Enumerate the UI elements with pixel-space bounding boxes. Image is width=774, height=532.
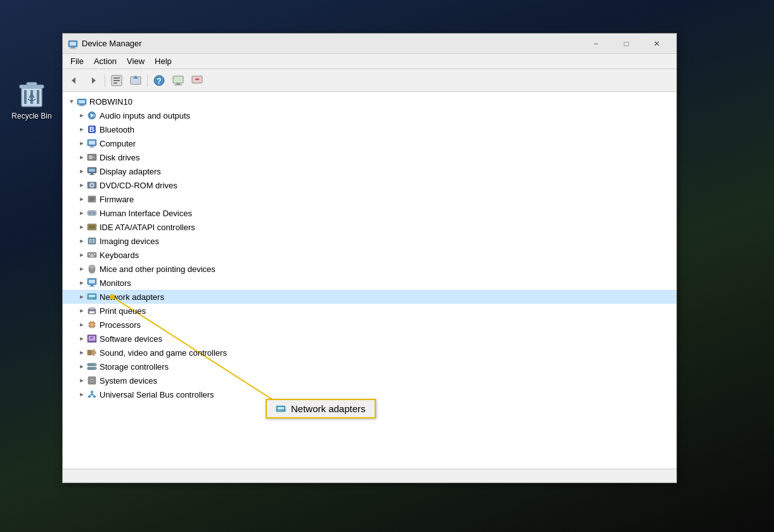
disk-icon [87,152,97,162]
menu-file[interactable]: File [65,55,89,67]
tree-item-usb[interactable]: ► Universal Serial Bus controllers [63,387,676,401]
svg-rect-36 [89,155,93,159]
recycle-bin[interactable]: Recycle Bin [6,79,57,120]
mouse-icon [87,264,97,274]
minimize-button[interactable]: − [581,34,610,54]
svg-rect-2 [30,90,33,104]
toolbar: ? [63,69,676,92]
menu-help[interactable]: Help [150,55,177,67]
svg-point-104 [94,364,96,365]
forward-button[interactable] [84,72,102,89]
label-mice: Mice and other pointing devices [100,264,216,274]
imaging-icon [87,236,97,246]
sound-icon [87,347,97,358]
tree-item-disk[interactable]: ► Disk drives [63,150,676,164]
tree-item-sound[interactable]: ► Sound, video and game controllers [63,346,676,360]
tree-item-bluetooth[interactable]: ► B Bluetooth [63,122,676,136]
tree-item-processors[interactable]: ► Processors [63,318,676,332]
label-dvd: DVD/CD-ROM drives [100,181,177,190]
svg-rect-86 [89,311,94,313]
svg-rect-69 [89,280,95,283]
tree-item-imaging[interactable]: ► Imaging devices [63,234,676,248]
status-bar [63,469,676,483]
root-expand-arrow: ▼ [68,98,75,105]
expand-arrow-processors: ► [78,321,86,328]
processor-icon [87,320,97,330]
svg-rect-79 [276,406,285,412]
expand-arrow-monitors: ► [78,279,86,287]
svg-rect-33 [91,146,93,147]
tree-item-ide[interactable]: ► IDE ATA/ATAPI controllers [63,220,676,234]
label-usb: Universal Serial Bus controllers [100,390,214,399]
menu-view[interactable]: View [122,55,150,67]
device-properties-button[interactable] [169,72,187,89]
maximize-button[interactable]: □ [612,34,641,54]
tree-item-hid[interactable]: ► Human Interface Devices [63,206,676,220]
expand-arrow-mice: ► [78,265,86,273]
tree-item-system[interactable]: ► System devices [63,373,676,387]
update-driver-button[interactable] [127,72,145,89]
tree-item-computer[interactable]: ► Computer [63,136,676,150]
help-button[interactable]: ? [150,72,168,89]
label-system: System devices [100,376,157,386]
svg-marker-11 [92,77,96,84]
root-label: ROBWIN10 [89,97,132,107]
recycle-bin-label: Recycle Bin [11,112,51,120]
tree-item-mice[interactable]: ► Mice and other pointing devices [63,262,676,276]
tree-root-node[interactable]: ▼ ROBWIN10 [63,94,676,108]
label-firmware: Firmware [100,195,134,204]
svg-rect-62 [91,254,93,255]
svg-rect-5 [27,82,37,86]
hid-icon [87,208,97,218]
svg-point-83 [280,410,281,411]
label-print: Print queues [100,306,146,316]
toolbar-separator-1 [105,74,105,87]
svg-rect-22 [174,84,182,86]
svg-rect-113 [88,396,91,398]
tree-item-print[interactable]: ► Print queues [63,304,676,318]
svg-rect-101 [87,350,91,355]
tree-item-software[interactable]: ► Software devices [63,332,676,346]
label-keyboards: Keyboards [100,250,139,260]
svg-rect-8 [71,47,75,48]
label-disk: Disk drives [100,153,140,162]
svg-rect-63 [94,254,95,255]
label-storage: Storage controllers [100,362,169,372]
expand-arrow-keyboards: ► [78,251,86,259]
properties-button[interactable] [108,72,126,89]
svg-rect-32 [89,141,95,145]
label-network: Network adapters [100,292,164,302]
computer-icon [87,138,97,148]
label-hid: Human Interface Devices [100,209,192,218]
tree-item-firmware[interactable]: ► Firmware [63,192,676,206]
device-tree[interactable]: ▼ ROBWIN10 ► Audio inputs and outputs ► … [63,92,676,469]
back-button[interactable] [65,72,83,89]
svg-rect-25 [79,100,85,103]
scan-button[interactable] [188,72,206,89]
tree-item-monitors[interactable]: ► Monitors [63,276,676,290]
close-button[interactable]: ✕ [642,34,671,54]
tree-item-display[interactable]: ► Display adapters [63,164,676,178]
expand-arrow-usb: ► [78,391,86,398]
title-bar: Device Manager − □ ✕ [63,34,676,54]
dvd-icon [87,180,97,190]
tree-item-audio[interactable]: ► Audio inputs and outputs [63,108,676,122]
device-manager-icon [68,39,78,49]
expand-arrow-print: ► [78,307,86,315]
svg-rect-114 [93,396,96,398]
tree-item-dvd[interactable]: ► DVD/CD-ROM drives [63,178,676,192]
svg-point-50 [89,212,91,214]
svg-rect-27 [79,106,85,107]
svg-rect-40 [91,173,93,174]
tree-item-keyboards[interactable]: ► Keyboards [63,248,676,262]
callout-network-icon [276,404,286,414]
menu-action[interactable]: Action [89,55,122,67]
svg-rect-80 [278,407,284,410]
callout-box: Network adapters [266,399,376,418]
tree-item-network[interactable]: ► Network adapters [63,290,676,304]
svg-rect-61 [89,254,90,255]
svg-point-37 [93,156,95,159]
svg-rect-1 [24,90,27,104]
menu-bar: File Action View Help [63,54,676,69]
tree-item-storage[interactable]: ► Storage controllers [63,360,676,373]
